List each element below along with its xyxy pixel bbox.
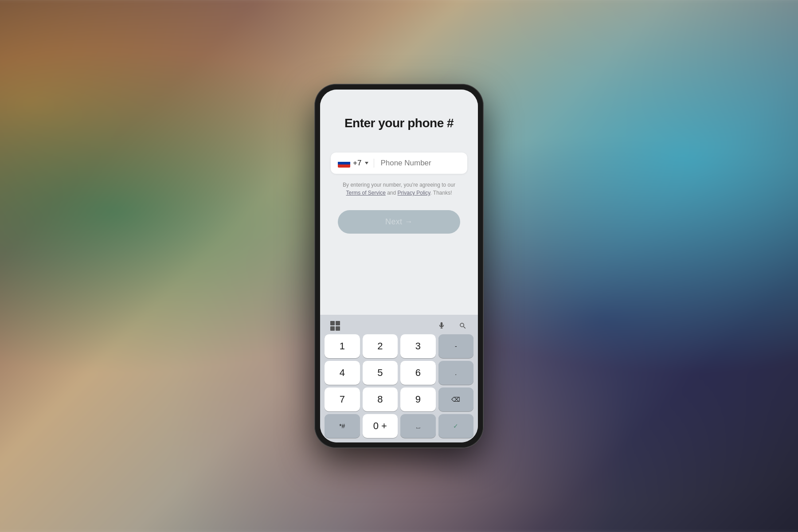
toolbar-right bbox=[435, 321, 469, 331]
key-dash[interactable]: - bbox=[438, 334, 474, 358]
phone-number-input[interactable] bbox=[374, 159, 474, 168]
privacy-policy-link[interactable]: Privacy Policy bbox=[398, 190, 430, 196]
phone-shell: Enter your phone # +7 bbox=[315, 84, 483, 448]
keyboard-section: 1 2 3 - 4 5 6 . 7 8 9 ⌫ bbox=[320, 315, 478, 442]
phone-screen: Enter your phone # +7 bbox=[320, 90, 478, 442]
keyboard-toolbar bbox=[322, 318, 476, 334]
country-selector[interactable]: +7 bbox=[338, 159, 374, 168]
key-5[interactable]: 5 bbox=[363, 361, 398, 385]
key-0[interactable]: 0 + bbox=[363, 414, 398, 438]
key-symbols[interactable]: *# bbox=[325, 414, 360, 438]
top-section: Enter your phone # +7 bbox=[320, 90, 478, 315]
next-button-label: Next → bbox=[385, 217, 413, 226]
key-space[interactable]: ⎵ bbox=[400, 414, 436, 438]
key-1[interactable]: 1 bbox=[325, 334, 360, 358]
disclaimer-text: By entering your number, you're agreeing… bbox=[329, 181, 469, 197]
flag-stripe-red bbox=[338, 164, 350, 168]
search-icon[interactable] bbox=[457, 321, 469, 331]
key-6[interactable]: 6 bbox=[400, 361, 436, 385]
terms-of-service-link[interactable]: Terms of Service bbox=[346, 190, 386, 196]
key-backspace[interactable]: ⌫ bbox=[438, 387, 474, 411]
key-2[interactable]: 2 bbox=[363, 334, 398, 358]
key-9[interactable]: 9 bbox=[400, 387, 436, 411]
mic-icon[interactable] bbox=[435, 321, 448, 331]
flag-stripe-blue bbox=[338, 162, 350, 165]
page-title: Enter your phone # bbox=[344, 116, 454, 130]
country-code: +7 bbox=[353, 159, 361, 168]
country-flag bbox=[338, 159, 350, 168]
app-content: Enter your phone # +7 bbox=[320, 90, 478, 442]
grid-icon[interactable] bbox=[329, 321, 341, 331]
next-button[interactable]: Next → bbox=[338, 210, 460, 234]
chevron-down-icon bbox=[365, 162, 368, 164]
phone-device: Enter your phone # +7 bbox=[315, 84, 483, 448]
phone-input-row[interactable]: +7 bbox=[331, 153, 467, 174]
toolbar-left bbox=[329, 321, 341, 331]
key-8[interactable]: 8 bbox=[363, 387, 398, 411]
key-dot[interactable]: . bbox=[438, 361, 474, 385]
keyboard-grid: 1 2 3 - 4 5 6 . 7 8 9 ⌫ bbox=[322, 334, 476, 441]
key-done[interactable]: ✓ bbox=[438, 414, 474, 438]
flag-stripe-white bbox=[338, 159, 350, 162]
key-7[interactable]: 7 bbox=[325, 387, 360, 411]
key-3[interactable]: 3 bbox=[400, 334, 436, 358]
key-4[interactable]: 4 bbox=[325, 361, 360, 385]
